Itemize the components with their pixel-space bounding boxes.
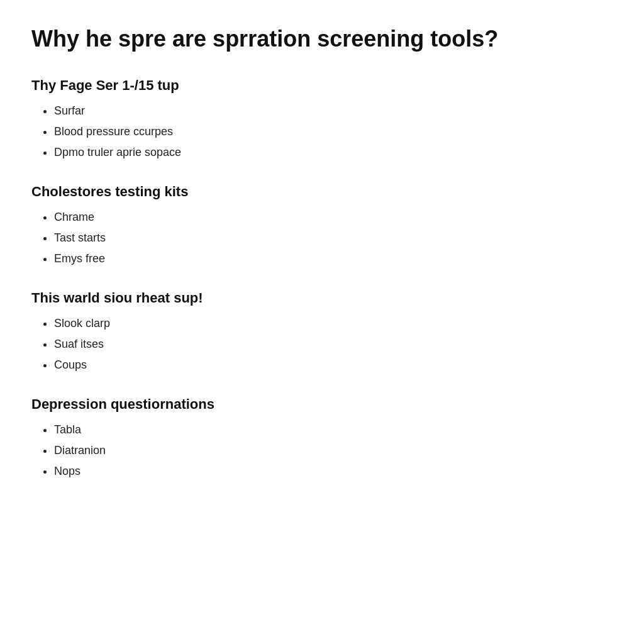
- section-title-1: Thy Fage Ser 1-/15 tup: [31, 77, 613, 94]
- section-title-3: This warld siou rheat sup!: [31, 290, 613, 306]
- section-list-4: TablaDiatranionNops: [31, 421, 613, 480]
- list-item: Tabla: [54, 421, 613, 438]
- section-3: This warld siou rheat sup!Slook clarpSua…: [31, 290, 613, 374]
- list-item: Diatranion: [54, 442, 613, 459]
- page-container: Why he spre are sprration screening tool…: [0, 0, 644, 644]
- list-item: Surfar: [54, 103, 613, 119]
- section-list-1: SurfarBlood pressure ccurpesDpmo truler …: [31, 103, 613, 161]
- list-item: Nops: [54, 463, 613, 480]
- list-item: Suaf itses: [54, 336, 613, 353]
- list-item: Dpmo truler aprie sopace: [54, 144, 613, 161]
- list-item: Emys free: [54, 250, 613, 267]
- sections-container: Thy Fage Ser 1-/15 tupSurfarBlood pressu…: [31, 77, 613, 480]
- section-2: Cholestores testing kitsChrameTast start…: [31, 184, 613, 267]
- section-4: Depression questiornationsTablaDiatranio…: [31, 396, 613, 480]
- list-item: Blood pressure ccurpes: [54, 123, 613, 140]
- list-item: Slook clarp: [54, 315, 613, 332]
- list-item: Coups: [54, 357, 613, 374]
- section-title-4: Depression questiornations: [31, 396, 613, 413]
- section-title-2: Cholestores testing kits: [31, 184, 613, 200]
- main-title: Why he spre are sprration screening tool…: [31, 25, 613, 52]
- section-1: Thy Fage Ser 1-/15 tupSurfarBlood pressu…: [31, 77, 613, 161]
- section-list-2: ChrameTast startsEmys free: [31, 209, 613, 267]
- list-item: Chrame: [54, 209, 613, 226]
- list-item: Tast starts: [54, 230, 613, 247]
- section-list-3: Slook clarpSuaf itsesCoups: [31, 315, 613, 374]
